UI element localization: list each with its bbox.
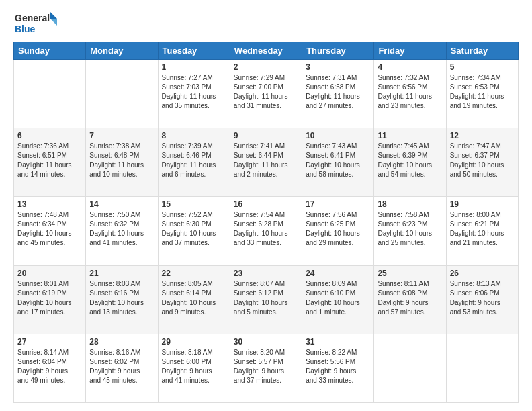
page: GeneralBlue SundayMondayTuesdayWednesday… xyxy=(0,0,532,411)
day-number: 4 xyxy=(378,62,442,72)
calendar-day-cell: 20Sunrise: 8:01 AM Sunset: 6:19 PM Dayli… xyxy=(14,265,86,334)
day-info: Sunrise: 8:03 AM Sunset: 6:16 PM Dayligh… xyxy=(89,279,154,317)
day-info: Sunrise: 8:20 AM Sunset: 5:57 PM Dayligh… xyxy=(234,348,298,385)
day-number: 20 xyxy=(17,269,82,278)
day-number: 22 xyxy=(162,269,226,278)
day-number: 27 xyxy=(17,337,82,347)
day-info: Sunrise: 7:50 AM Sunset: 6:32 PM Dayligh… xyxy=(89,210,154,248)
calendar-day-cell: 27Sunrise: 8:14 AM Sunset: 6:04 PM Dayli… xyxy=(14,334,86,402)
calendar-day-cell: 1Sunrise: 7:27 AM Sunset: 7:03 PM Daylig… xyxy=(158,60,230,128)
calendar-day-cell xyxy=(86,60,158,128)
day-info: Sunrise: 8:00 AM Sunset: 6:21 PM Dayligh… xyxy=(450,210,515,248)
calendar-day-cell: 24Sunrise: 8:09 AM Sunset: 6:10 PM Dayli… xyxy=(302,265,374,334)
day-info: Sunrise: 7:45 AM Sunset: 6:39 PM Dayligh… xyxy=(378,142,442,179)
calendar-day-cell: 3Sunrise: 7:31 AM Sunset: 6:58 PM Daylig… xyxy=(302,60,374,128)
day-number: 10 xyxy=(306,131,370,140)
calendar-day-cell xyxy=(374,334,446,402)
svg-text:General: General xyxy=(15,13,50,24)
calendar-day-cell: 26Sunrise: 8:13 AM Sunset: 6:06 PM Dayli… xyxy=(446,265,518,334)
day-info: Sunrise: 7:29 AM Sunset: 7:00 PM Dayligh… xyxy=(234,73,298,111)
day-info: Sunrise: 7:41 AM Sunset: 6:44 PM Dayligh… xyxy=(234,142,298,179)
day-number: 24 xyxy=(306,269,370,278)
day-number: 5 xyxy=(450,62,515,72)
calendar-day-cell: 9Sunrise: 7:41 AM Sunset: 6:44 PM Daylig… xyxy=(230,128,302,197)
calendar-day-cell: 29Sunrise: 8:18 AM Sunset: 6:00 PM Dayli… xyxy=(158,334,230,402)
day-number: 25 xyxy=(378,269,442,278)
day-number: 7 xyxy=(89,131,154,140)
day-number: 31 xyxy=(306,337,370,347)
day-number: 16 xyxy=(234,199,298,209)
calendar-day-cell xyxy=(14,60,86,128)
day-info: Sunrise: 7:31 AM Sunset: 6:58 PM Dayligh… xyxy=(306,73,370,111)
calendar-day-cell: 23Sunrise: 8:07 AM Sunset: 6:12 PM Dayli… xyxy=(230,265,302,334)
calendar-day-cell: 25Sunrise: 8:11 AM Sunset: 6:08 PM Dayli… xyxy=(374,265,446,334)
day-number: 29 xyxy=(162,337,226,347)
day-info: Sunrise: 7:52 AM Sunset: 6:30 PM Dayligh… xyxy=(162,210,226,248)
logo-svg: GeneralBlue xyxy=(13,11,60,36)
day-info: Sunrise: 7:38 AM Sunset: 6:48 PM Dayligh… xyxy=(89,142,154,179)
calendar-day-cell: 16Sunrise: 7:54 AM Sunset: 6:28 PM Dayli… xyxy=(230,197,302,265)
calendar-day-cell: 11Sunrise: 7:45 AM Sunset: 6:39 PM Dayli… xyxy=(374,128,446,197)
logo: GeneralBlue xyxy=(13,11,60,36)
calendar-day-cell: 15Sunrise: 7:52 AM Sunset: 6:30 PM Dayli… xyxy=(158,197,230,265)
day-info: Sunrise: 8:07 AM Sunset: 6:12 PM Dayligh… xyxy=(234,279,298,317)
calendar-day-cell: 21Sunrise: 8:03 AM Sunset: 6:16 PM Dayli… xyxy=(86,265,158,334)
day-info: Sunrise: 8:01 AM Sunset: 6:19 PM Dayligh… xyxy=(17,279,82,317)
day-info: Sunrise: 8:09 AM Sunset: 6:10 PM Dayligh… xyxy=(306,279,370,317)
day-info: Sunrise: 8:13 AM Sunset: 6:06 PM Dayligh… xyxy=(450,279,515,317)
calendar-day-cell: 31Sunrise: 8:22 AM Sunset: 5:56 PM Dayli… xyxy=(302,334,374,402)
calendar-week-row: 1Sunrise: 7:27 AM Sunset: 7:03 PM Daylig… xyxy=(14,60,519,128)
calendar-day-cell: 18Sunrise: 7:58 AM Sunset: 6:23 PM Dayli… xyxy=(374,197,446,265)
calendar-day-cell: 14Sunrise: 7:50 AM Sunset: 6:32 PM Dayli… xyxy=(86,197,158,265)
day-info: Sunrise: 8:14 AM Sunset: 6:04 PM Dayligh… xyxy=(17,348,82,385)
day-number: 14 xyxy=(89,199,154,209)
calendar-table: SundayMondayTuesdayWednesdayThursdayFrid… xyxy=(13,42,519,403)
calendar-day-cell: 19Sunrise: 8:00 AM Sunset: 6:21 PM Dayli… xyxy=(446,197,518,265)
calendar-day-cell: 28Sunrise: 8:16 AM Sunset: 6:02 PM Dayli… xyxy=(86,334,158,402)
day-number: 13 xyxy=(17,199,82,209)
day-info: Sunrise: 8:16 AM Sunset: 6:02 PM Dayligh… xyxy=(89,348,154,385)
svg-marker-2 xyxy=(50,19,57,26)
day-number: 1 xyxy=(162,62,226,72)
day-info: Sunrise: 7:54 AM Sunset: 6:28 PM Dayligh… xyxy=(234,210,298,248)
calendar-day-cell xyxy=(446,334,518,402)
day-number: 23 xyxy=(234,269,298,278)
day-number: 8 xyxy=(162,131,226,140)
day-number: 17 xyxy=(306,199,370,209)
day-info: Sunrise: 7:34 AM Sunset: 6:53 PM Dayligh… xyxy=(450,73,515,111)
calendar-day-header: Monday xyxy=(86,42,158,60)
calendar-week-row: 13Sunrise: 7:48 AM Sunset: 6:34 PM Dayli… xyxy=(14,197,519,265)
day-info: Sunrise: 8:11 AM Sunset: 6:08 PM Dayligh… xyxy=(378,279,442,317)
day-number: 11 xyxy=(378,131,442,140)
calendar-day-cell: 12Sunrise: 7:47 AM Sunset: 6:37 PM Dayli… xyxy=(446,128,518,197)
calendar-day-header: Tuesday xyxy=(158,42,230,60)
day-number: 26 xyxy=(450,269,515,278)
calendar-day-cell: 2Sunrise: 7:29 AM Sunset: 7:00 PM Daylig… xyxy=(230,60,302,128)
day-info: Sunrise: 7:56 AM Sunset: 6:25 PM Dayligh… xyxy=(306,210,370,248)
day-info: Sunrise: 7:47 AM Sunset: 6:37 PM Dayligh… xyxy=(450,142,515,179)
calendar-day-header: Wednesday xyxy=(230,42,302,60)
calendar-day-header: Saturday xyxy=(446,42,518,60)
calendar-day-cell: 4Sunrise: 7:32 AM Sunset: 6:56 PM Daylig… xyxy=(374,60,446,128)
calendar-week-row: 27Sunrise: 8:14 AM Sunset: 6:04 PM Dayli… xyxy=(14,334,519,402)
day-info: Sunrise: 8:18 AM Sunset: 6:00 PM Dayligh… xyxy=(162,348,226,385)
calendar-day-cell: 5Sunrise: 7:34 AM Sunset: 6:53 PM Daylig… xyxy=(446,60,518,128)
day-number: 2 xyxy=(234,62,298,72)
calendar-day-cell: 13Sunrise: 7:48 AM Sunset: 6:34 PM Dayli… xyxy=(14,197,86,265)
day-number: 9 xyxy=(234,131,298,140)
day-number: 30 xyxy=(234,337,298,347)
calendar-week-row: 20Sunrise: 8:01 AM Sunset: 6:19 PM Dayli… xyxy=(14,265,519,334)
day-info: Sunrise: 7:43 AM Sunset: 6:41 PM Dayligh… xyxy=(306,142,370,179)
day-info: Sunrise: 7:32 AM Sunset: 6:56 PM Dayligh… xyxy=(378,73,442,111)
day-info: Sunrise: 7:58 AM Sunset: 6:23 PM Dayligh… xyxy=(378,210,442,248)
calendar-day-cell: 6Sunrise: 7:36 AM Sunset: 6:51 PM Daylig… xyxy=(14,128,86,197)
day-info: Sunrise: 7:27 AM Sunset: 7:03 PM Dayligh… xyxy=(162,73,226,111)
calendar-header-row: SundayMondayTuesdayWednesdayThursdayFrid… xyxy=(14,42,519,60)
day-info: Sunrise: 8:05 AM Sunset: 6:14 PM Dayligh… xyxy=(162,279,226,317)
day-number: 12 xyxy=(450,131,515,140)
day-info: Sunrise: 7:39 AM Sunset: 6:46 PM Dayligh… xyxy=(162,142,226,179)
calendar-day-cell: 8Sunrise: 7:39 AM Sunset: 6:46 PM Daylig… xyxy=(158,128,230,197)
calendar-day-cell: 30Sunrise: 8:20 AM Sunset: 5:57 PM Dayli… xyxy=(230,334,302,402)
calendar-day-header: Thursday xyxy=(302,42,374,60)
calendar-day-cell: 17Sunrise: 7:56 AM Sunset: 6:25 PM Dayli… xyxy=(302,197,374,265)
